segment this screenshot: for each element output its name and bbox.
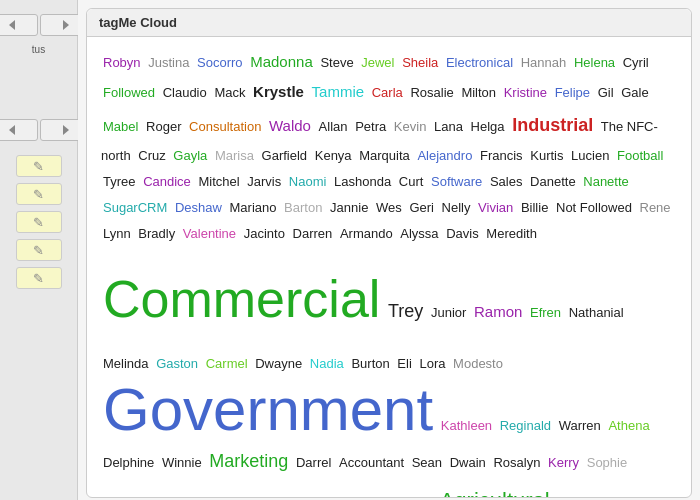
tag-nadia[interactable]: Nadia — [310, 356, 344, 371]
tag-milton[interactable]: Milton — [461, 85, 496, 100]
tag-steve[interactable]: Steve — [320, 55, 353, 70]
tag-geri[interactable]: Geri — [409, 200, 434, 215]
tag-warren[interactable]: Warren — [559, 418, 601, 433]
tag-lynn[interactable]: Lynn — [103, 226, 131, 241]
tag-wes[interactable]: Wes — [376, 200, 402, 215]
tag-kerry[interactable]: Kerry — [548, 455, 579, 470]
tag-alyssa[interactable]: Alyssa — [400, 226, 438, 241]
tag-not-followed[interactable]: Not Followed — [556, 200, 632, 215]
tag-marketing[interactable]: Marketing — [209, 451, 288, 471]
tag-meredith[interactable]: Meredith — [486, 226, 537, 241]
tag-deshaw[interactable]: Deshaw — [175, 200, 222, 215]
tag-davis[interactable]: Davis — [446, 226, 479, 241]
edit-btn-4[interactable]: ✎ — [16, 239, 62, 261]
tag-petra[interactable]: Petra — [355, 119, 386, 134]
tag-kristine[interactable]: Kristine — [504, 85, 547, 100]
tag-junior[interactable]: Junior — [431, 305, 466, 320]
tag-felipe[interactable]: Felipe — [555, 85, 590, 100]
tag-tammie[interactable]: Tammie — [312, 83, 365, 100]
tag-rene[interactable]: Rene — [640, 200, 671, 215]
tag-rosalyn[interactable]: Rosalyn — [493, 455, 540, 470]
tag-mitchel[interactable]: Mitchel — [198, 174, 239, 189]
tag-sophie[interactable]: Sophie — [587, 455, 627, 470]
tag-consultation[interactable]: Consultation — [189, 119, 261, 134]
tag-mabel[interactable]: Mabel — [103, 119, 138, 134]
tag-heath[interactable]: Heath — [397, 496, 432, 498]
tag-curt[interactable]: Curt — [399, 174, 424, 189]
edit-btn-3[interactable]: ✎ — [16, 211, 62, 233]
tag-carla[interactable]: Carla — [372, 85, 403, 100]
tag-gaston[interactable]: Gaston — [156, 356, 198, 371]
tag-hannah[interactable]: Hannah — [521, 55, 567, 70]
tag-lashonda[interactable]: Lashonda — [334, 174, 391, 189]
tag-darrel[interactable]: Darrel — [296, 455, 331, 470]
tag-followed[interactable]: Followed — [103, 85, 155, 100]
tag-roger[interactable]: Roger — [146, 119, 181, 134]
tag-darren[interactable]: Darren — [293, 226, 333, 241]
tag-electronical[interactable]: Electronical — [446, 55, 513, 70]
tag-ramon[interactable]: Ramon — [474, 303, 522, 320]
tag-candice[interactable]: Candice — [143, 174, 191, 189]
tag-accountant[interactable]: Accountant — [339, 455, 404, 470]
tag-naomi[interactable]: Naomi — [289, 174, 327, 189]
tag-camping[interactable]: Camping — [605, 496, 657, 498]
tag-barton[interactable]: Barton — [284, 200, 322, 215]
tag-burton[interactable]: Burton — [351, 356, 389, 371]
tag-reginald[interactable]: Reginald — [500, 418, 551, 433]
tag-madonna[interactable]: Madonna — [250, 53, 313, 70]
tag-eli[interactable]: Eli — [397, 356, 411, 371]
tag-dwain[interactable]: Dwain — [450, 455, 486, 470]
tag-justina[interactable]: Justina — [148, 55, 189, 70]
tag-valentine[interactable]: Valentine — [183, 226, 236, 241]
tag-gayla[interactable]: Gayla — [173, 148, 207, 163]
tag-nathanial[interactable]: Nathanial — [569, 305, 624, 320]
tag-delphine[interactable]: Delphine — [103, 455, 154, 470]
tag-tyree[interactable]: Tyree — [103, 174, 136, 189]
tag-billie[interactable]: Billie — [521, 200, 548, 215]
tag-danette[interactable]: Danette — [530, 174, 576, 189]
tag-rosalia[interactable]: Rosalia — [103, 496, 146, 498]
tag-alejandro[interactable]: Alejandro — [417, 148, 472, 163]
edit-btn-2[interactable]: ✎ — [16, 183, 62, 205]
tag-cruz[interactable]: Cruz — [138, 148, 165, 163]
tag-gale[interactable]: Gale — [621, 85, 648, 100]
tag-gil[interactable]: Gil — [598, 85, 614, 100]
tag-marisa[interactable]: Marisa — [215, 148, 254, 163]
tag-lora[interactable]: Lora — [419, 356, 445, 371]
tag-krystle[interactable]: Krystle — [253, 83, 304, 100]
tag-football[interactable]: Football — [617, 148, 663, 163]
tag-vivian[interactable]: Vivian — [478, 200, 513, 215]
tag-armando[interactable]: Armando — [340, 226, 393, 241]
tag-kevin[interactable]: Kevin — [394, 119, 427, 134]
tag-athena[interactable]: Athena — [608, 418, 649, 433]
tag-winnie[interactable]: Winnie — [162, 455, 202, 470]
tag-gracie[interactable]: Gracie — [351, 496, 389, 498]
tag-software[interactable]: Software — [431, 174, 482, 189]
tag-efren[interactable]: Efren — [530, 305, 561, 320]
tag-robyn[interactable]: Robyn — [103, 55, 141, 70]
tag-bradly[interactable]: Bradly — [138, 226, 175, 241]
tag-rosalie[interactable]: Rosalie — [410, 85, 453, 100]
tag-francis[interactable]: Francis — [480, 148, 523, 163]
tag-claudio[interactable]: Claudio — [163, 85, 207, 100]
tag-agricultural[interactable]: Agricultural — [440, 488, 550, 498]
tag-allan[interactable]: Allan — [319, 119, 348, 134]
tag-cyril[interactable]: Cyril — [623, 55, 649, 70]
tag-helga[interactable]: Helga — [471, 119, 505, 134]
tag-mack[interactable]: Mack — [214, 85, 245, 100]
tag-rebeca[interactable]: Rebeca — [154, 496, 199, 498]
tag-jannie[interactable]: Jannie — [330, 200, 368, 215]
tag-kathleen[interactable]: Kathleen — [441, 418, 492, 433]
tag-kenya[interactable]: Kenya — [315, 148, 352, 163]
tag-rebekah[interactable]: Rebekah — [255, 496, 307, 498]
tag-modesto[interactable]: Modesto — [453, 356, 503, 371]
tag-nelly[interactable]: Nelly — [442, 200, 471, 215]
tag-marion[interactable]: Marion — [557, 496, 597, 498]
tag-marquita[interactable]: Marquita — [359, 148, 410, 163]
tag-sean[interactable]: Sean — [412, 455, 442, 470]
tag-government[interactable]: Government — [103, 376, 433, 443]
tag-sheila[interactable]: Sheila — [402, 55, 438, 70]
tag-kurtis[interactable]: Kurtis — [530, 148, 563, 163]
tag-rachel[interactable]: Rachel — [206, 496, 246, 498]
tag-nanette[interactable]: Nanette — [583, 174, 629, 189]
